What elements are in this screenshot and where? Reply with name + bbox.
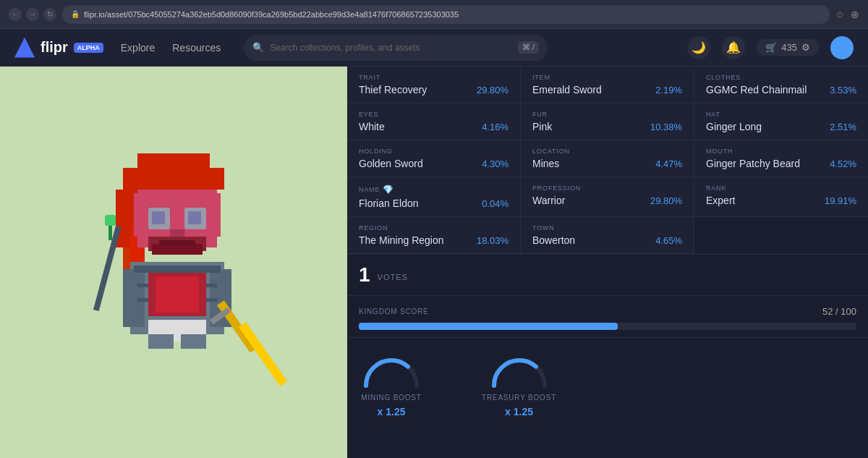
trait-label: TOWN xyxy=(532,224,682,232)
user-avatar[interactable] xyxy=(830,36,854,59)
settings-icon: ⚙ xyxy=(801,42,810,53)
trait-cell: REGIONThe Mining Region18.03% xyxy=(347,217,521,254)
svg-rect-31 xyxy=(148,334,174,349)
trait-cell: MOUTHGinger Patchy Beard4.52% xyxy=(694,140,868,177)
trait-value: Mines xyxy=(532,158,559,169)
trait-value: Ginger Patchy Beard xyxy=(706,158,800,169)
svg-rect-12 xyxy=(170,229,184,237)
logo-text: flipr xyxy=(41,39,68,56)
bookmark-icon[interactable]: ☆ xyxy=(835,9,845,20)
trait-cell: TRAITThief Recovery29.80% xyxy=(347,67,521,103)
trait-percent: 4.52% xyxy=(830,158,856,169)
boost-value: x 1.25 xyxy=(505,406,533,417)
explore-link[interactable]: Explore xyxy=(121,42,155,54)
alpha-badge: ALPHA xyxy=(74,43,103,53)
boost-arc-icon xyxy=(359,349,424,389)
search-icon: 🔍 xyxy=(252,42,264,53)
main-content: TRAITThief Recovery29.80%ITEMEmerald Swo… xyxy=(0,67,868,458)
right-panel[interactable]: TRAITThief Recovery29.80%ITEMEmerald Swo… xyxy=(347,67,868,458)
vote-count: 1 xyxy=(359,263,370,287)
logo[interactable]: flipr ALPHA xyxy=(14,38,103,58)
extension-icon[interactable]: ⊕ xyxy=(851,9,859,20)
resources-link[interactable]: Resources xyxy=(172,42,221,54)
trait-percent: 4.65% xyxy=(655,235,682,246)
trait-percent: 0.04% xyxy=(482,198,509,209)
trait-label: RANK xyxy=(706,185,856,192)
trait-value: Golden Sword xyxy=(359,158,423,169)
trait-cell: TOWNBowerton4.65% xyxy=(521,217,694,254)
boost-label: TREASURY BOOST xyxy=(482,394,556,402)
nav-actions: 🌙 🔔 🛒 435 ⚙ xyxy=(687,36,854,59)
trait-value: Warrior xyxy=(532,195,565,206)
cart-button[interactable]: 🛒 435 ⚙ xyxy=(757,39,819,56)
trait-cell: LOCATIONMines4.47% xyxy=(521,140,694,177)
trait-label: FUR xyxy=(532,111,682,118)
url-bar[interactable]: 🔒 flipr.io/asset/075bc45055274a362eb5d0d… xyxy=(62,5,830,24)
back-button[interactable]: ← xyxy=(9,8,22,21)
trait-value-row: Mines4.47% xyxy=(532,158,682,169)
boost-section: MINING BOOSTx 1.25 TREASURY BOOSTx 1.25 xyxy=(347,338,868,429)
trait-cell: FURPink10.38% xyxy=(521,103,694,140)
trait-cell: PROFESSIONWarrior29.80% xyxy=(521,177,694,217)
trait-label: CLOTHES xyxy=(706,74,856,81)
trait-label: EYES xyxy=(359,111,509,118)
svg-rect-25 xyxy=(239,322,287,386)
trait-label: HOLDING xyxy=(359,148,509,155)
url-text: flipr.io/asset/075bc45055274a362eb5d0d86… xyxy=(84,10,459,19)
svg-rect-32 xyxy=(181,334,206,349)
trait-value-row: Bowerton4.65% xyxy=(532,234,682,246)
svg-rect-15 xyxy=(159,240,195,246)
trait-label: REGION xyxy=(359,224,509,232)
forward-button[interactable]: → xyxy=(26,8,39,21)
search-placeholder: Search collections, profiles, and assets xyxy=(270,43,420,53)
progress-bar-background xyxy=(359,323,856,330)
nft-image xyxy=(14,81,333,399)
progress-bar-fill xyxy=(359,323,618,330)
svg-rect-10 xyxy=(152,211,165,224)
trait-percent: 18.03% xyxy=(477,235,509,246)
trait-label: NAME 💎 xyxy=(359,185,509,195)
search-bar[interactable]: 🔍 Search collections, profiles, and asse… xyxy=(244,35,548,61)
notifications-button[interactable]: 🔔 xyxy=(722,36,745,59)
trait-value: White xyxy=(359,121,385,132)
trait-value-row: Thief Recovery29.80% xyxy=(359,84,509,96)
trait-percent: 4.30% xyxy=(482,158,509,169)
svg-rect-0 xyxy=(137,153,210,168)
svg-rect-1 xyxy=(123,168,224,190)
trait-label: LOCATION xyxy=(532,148,682,155)
trait-cell: RANKExpert19.91% xyxy=(694,177,868,217)
svg-rect-11 xyxy=(188,211,201,224)
trait-label: TRAIT xyxy=(359,74,509,81)
lock-icon: 🔒 xyxy=(71,10,80,18)
kingdom-score-value: 52 / 100 xyxy=(822,306,856,317)
trait-percent: 29.80% xyxy=(477,85,509,96)
kingdom-section: KINGDOM SCORE 52 / 100 xyxy=(347,296,868,338)
trait-value: Expert xyxy=(706,195,735,206)
trait-percent: 2.19% xyxy=(655,85,682,96)
boost-item: TREASURY BOOSTx 1.25 xyxy=(482,349,556,417)
svg-rect-23 xyxy=(156,276,199,313)
trait-value: Bowerton xyxy=(532,234,575,246)
kingdom-label: KINGDOM SCORE xyxy=(359,308,429,315)
trait-cell: HATGinger Long2.51% xyxy=(694,103,868,140)
trait-value-row: Expert19.91% xyxy=(706,195,856,206)
trait-value: Florian Eldon xyxy=(359,198,419,209)
trait-percent: 29.80% xyxy=(650,195,682,206)
diamond-icon: 💎 xyxy=(383,185,394,195)
trait-value-row: Ginger Patchy Beard4.52% xyxy=(706,158,856,169)
trait-value-row: The Mining Region18.03% xyxy=(359,234,509,246)
trait-value: Thief Recovery xyxy=(359,84,427,96)
trait-value-row: Florian Eldon0.04% xyxy=(359,198,509,209)
trait-cell: CLOTHESGGMC Red Chainmail3.53% xyxy=(694,67,868,103)
cart-icon: 🛒 xyxy=(765,42,777,53)
trait-percent: 19.91% xyxy=(825,195,856,206)
theme-toggle-button[interactable]: 🌙 xyxy=(687,36,710,59)
trait-percent: 2.51% xyxy=(830,122,856,132)
trait-percent: 3.53% xyxy=(830,85,856,96)
boost-item: MINING BOOSTx 1.25 xyxy=(359,349,424,417)
trait-value-row: GGMC Red Chainmail3.53% xyxy=(706,84,856,96)
trait-value-row: Ginger Long2.51% xyxy=(706,121,856,132)
votes-section: 1 VOTES xyxy=(347,255,868,296)
trait-value: Pink xyxy=(532,121,552,132)
reload-button[interactable]: ↻ xyxy=(43,8,56,21)
